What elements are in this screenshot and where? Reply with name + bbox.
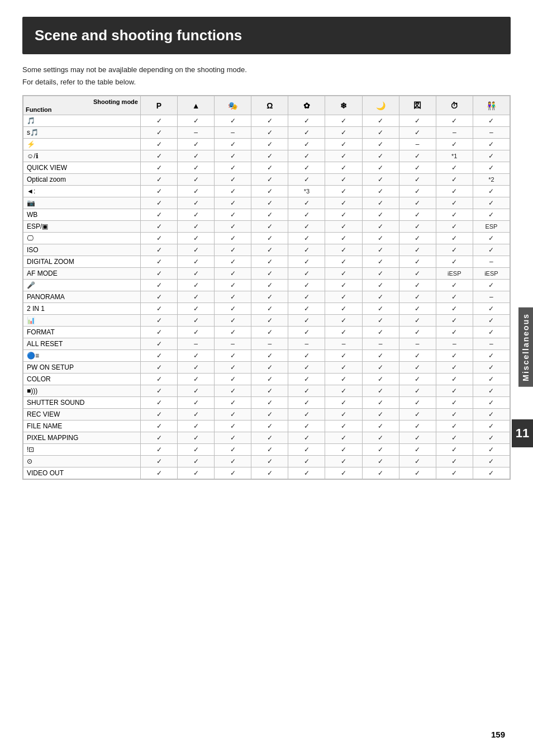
cell: – [215, 338, 251, 350]
cell: ✓ [288, 432, 325, 444]
cell: ✓ [215, 197, 251, 209]
cell: ✓ [251, 244, 288, 256]
cell: ✓ [288, 162, 325, 174]
cell: ✓ [473, 327, 510, 338]
cell: ✓ [251, 268, 288, 280]
cell: ✓ [399, 315, 436, 327]
cell: ✓ [436, 256, 473, 268]
cell: ✓ [178, 174, 215, 186]
table-wrapper: Shooting modeFunction P▲🎭Ω✿❄🌙図⏱👫 🎵✓✓✓✓✓✓… [22, 95, 511, 480]
cell: ✓ [325, 233, 362, 244]
cell: ✓ [140, 374, 177, 385]
cell: ✓ [178, 444, 215, 456]
cell: ✓ [436, 174, 473, 186]
cell: ✓ [325, 362, 362, 374]
table-row: ☺/ℹ✓✓✓✓✓✓✓✓*1✓ [23, 150, 510, 162]
cell: ✓ [473, 197, 510, 209]
function-label: ◄: [23, 186, 141, 197]
cell: ✓ [436, 362, 473, 374]
cell: ✓ [178, 397, 215, 409]
cell: ✓ [362, 162, 399, 174]
cell: ✓ [251, 209, 288, 221]
cell: – [399, 139, 436, 150]
cell: ✓ [362, 280, 399, 291]
cell: ✓ [251, 409, 288, 420]
cell: ✓ [436, 327, 473, 338]
cell: ✓ [251, 115, 288, 127]
cell: ✓ [399, 432, 436, 444]
cell: ✓ [215, 150, 251, 162]
cell: ✓ [473, 409, 510, 420]
cell: ✓ [288, 244, 325, 256]
cell: ✓ [325, 397, 362, 409]
function-label: ■))) [23, 385, 141, 397]
cell: ✓ [325, 221, 362, 233]
function-label: REC VIEW [23, 409, 141, 420]
cell: ✓ [362, 374, 399, 385]
cell: ✓ [473, 244, 510, 256]
cell: ✓ [362, 397, 399, 409]
cell: ✓ [436, 233, 473, 244]
table-row: ALL RESET✓––––––––– [23, 338, 510, 350]
cell: ✓ [178, 197, 215, 209]
table-row: PANORAMA✓✓✓✓✓✓✓✓✓– [23, 291, 510, 303]
cell: ✓ [288, 139, 325, 150]
cell: ✓ [473, 374, 510, 385]
cell: ✓ [178, 268, 215, 280]
cell: ✓ [436, 409, 473, 420]
cell: ✓ [140, 420, 177, 432]
cell: ✓ [140, 409, 177, 420]
cell: ✓ [399, 186, 436, 197]
cell: ✓ [436, 291, 473, 303]
cell: ✓ [178, 327, 215, 338]
cell: iESP [473, 268, 510, 280]
cell: ✓ [288, 115, 325, 127]
cell: ✓ [362, 444, 399, 456]
cell: ✓ [215, 385, 251, 397]
cell: ✓ [362, 197, 399, 209]
function-label: 2 IN 1 [23, 303, 141, 315]
table-row: REC VIEW✓✓✓✓✓✓✓✓✓✓ [23, 409, 510, 420]
cell: ✓ [215, 280, 251, 291]
cell: ✓ [399, 221, 436, 233]
cell: ✓ [399, 467, 436, 479]
cell: ✓ [325, 409, 362, 420]
table-row: VIDEO OUT✓✓✓✓✓✓✓✓✓✓ [23, 467, 510, 479]
table-row: 🎤✓✓✓✓✓✓✓✓✓✓ [23, 280, 510, 291]
cell: ✓ [362, 115, 399, 127]
cell: ✓ [473, 233, 510, 244]
table-row: ■)))✓✓✓✓✓✓✓✓✓✓ [23, 385, 510, 397]
cell: ✓ [288, 362, 325, 374]
cell: ✓ [215, 420, 251, 432]
cell: – [473, 291, 510, 303]
cell: ✓ [140, 209, 177, 221]
table-row: ESP/▣✓✓✓✓✓✓✓✓✓ESP [23, 221, 510, 233]
cell: ✓ [473, 385, 510, 397]
cell: ✓ [251, 315, 288, 327]
functions-table: Shooting modeFunction P▲🎭Ω✿❄🌙図⏱👫 🎵✓✓✓✓✓✓… [23, 96, 510, 479]
cell: ✓ [473, 150, 510, 162]
cell: ✓ [178, 209, 215, 221]
cell: ✓ [178, 233, 215, 244]
function-label: AF MODE [23, 268, 141, 280]
cell: ✓ [288, 350, 325, 362]
cell: ✓ [215, 432, 251, 444]
cell: ✓ [140, 256, 177, 268]
cell: ✓ [215, 291, 251, 303]
cell: ✓ [325, 467, 362, 479]
cell: ✓ [140, 338, 177, 350]
cell: ✓ [251, 256, 288, 268]
cell: ✓ [362, 127, 399, 139]
cell: ✓ [325, 444, 362, 456]
table-row: !⊡✓✓✓✓✓✓✓✓✓✓ [23, 444, 510, 456]
cell: ✓ [399, 209, 436, 221]
function-label: ISO [23, 244, 141, 256]
table-row: FORMAT✓✓✓✓✓✓✓✓✓✓ [23, 327, 510, 338]
cell: *3 [288, 186, 325, 197]
cell: ✓ [362, 456, 399, 467]
cell: ✓ [288, 327, 325, 338]
cell: ✓ [140, 162, 177, 174]
cell: ✓ [362, 244, 399, 256]
cell: ✓ [215, 221, 251, 233]
cell: ✓ [215, 303, 251, 315]
